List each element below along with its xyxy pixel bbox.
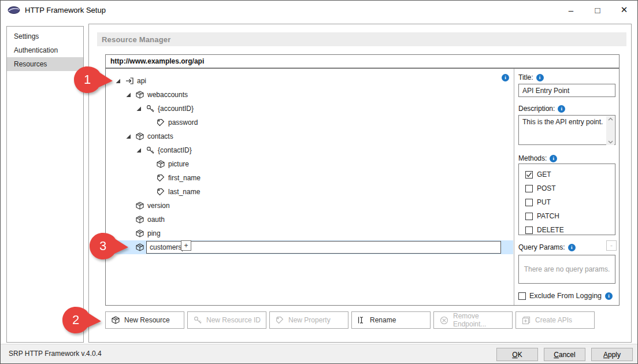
tree-node-first-name[interactable]: first_name [106, 171, 514, 185]
rename-input-value: customers [150, 243, 181, 251]
description-label: Description: i [518, 105, 565, 113]
description-field[interactable]: This is the API entry point. [518, 115, 615, 145]
tree-node-label: {accountID} [158, 105, 194, 113]
tree-node-oauth[interactable]: oauth [106, 213, 514, 226]
window-title: HTTP Framework Setup [25, 6, 106, 14]
method-checkbox-patch[interactable] [525, 213, 533, 220]
remove-query-param-button[interactable]: - [606, 240, 617, 251]
tag-icon [276, 316, 284, 324]
app-logo-icon [8, 6, 20, 14]
query-params-label: Query Params: i [518, 243, 576, 251]
tool-button-label: New Property [288, 316, 331, 324]
query-params-empty-text: There are no query params. [524, 265, 610, 273]
new-resource-button[interactable]: New Resource [105, 311, 184, 329]
tree-node-label: webaccounts [147, 91, 188, 99]
cancel-button[interactable]: Cancel [544, 348, 585, 361]
section-header: Resource Manager [97, 32, 626, 46]
key-icon [146, 146, 154, 154]
new-property-button[interactable]: New Property [269, 311, 348, 329]
expander-icon[interactable] [136, 147, 142, 153]
resource-workspace: apiwebaccounts{accountID}passwordcontact… [105, 68, 620, 306]
tree-node-label: ping [147, 229, 161, 237]
title-field[interactable]: API Entry Point [518, 84, 615, 97]
new-resource-id-button[interactable]: New Resource ID [187, 311, 266, 329]
scroll-up-icon[interactable] [608, 117, 613, 121]
rename-button[interactable]: Rename [351, 311, 431, 329]
method-label: DELETE [537, 226, 564, 234]
expander-icon[interactable] [125, 133, 131, 139]
title-info-icon[interactable]: i [536, 74, 544, 81]
tree-node-version[interactable]: version [106, 199, 514, 213]
tree-node-webaccounts[interactable]: webaccounts [106, 88, 514, 102]
sidebar-item-resources[interactable]: Resources [7, 57, 83, 71]
sidebar-item-settings[interactable]: Settings [7, 29, 83, 43]
tree-node-customers[interactable]: customers [106, 240, 514, 254]
http-framework-setup-dialog: HTTP Framework Setup – □ ✕ SettingsAuthe… [0, 0, 638, 364]
remove-endpoint-button[interactable]: Remove Endpoint... [433, 311, 513, 329]
tree-node-picture[interactable]: picture [106, 157, 514, 171]
methods-info-icon[interactable]: i [550, 155, 557, 162]
tree-info-icon[interactable]: i [502, 74, 509, 81]
method-row-delete: DELETE [519, 223, 615, 237]
button-label: OK [512, 351, 522, 359]
scroll-down-icon[interactable] [608, 140, 613, 144]
tree-node-api[interactable]: api [106, 74, 514, 88]
expander-icon[interactable] [136, 106, 142, 112]
tree-node-last-name[interactable]: last_name [106, 185, 514, 199]
title-bar: HTTP Framework Setup – □ ✕ [1, 1, 637, 19]
endpoint-inspector: Title: i API Entry Point Description: i … [518, 69, 616, 305]
tree-node-label: last_name [168, 188, 200, 196]
minimize-button[interactable]: – [558, 1, 584, 19]
apply-button[interactable]: Apply [591, 348, 633, 361]
query-params-info-icon[interactable]: i [568, 244, 576, 251]
create-apis-button[interactable]: Create APIs [515, 311, 595, 329]
cube-icon [157, 160, 165, 168]
tree-node-contacts[interactable]: contacts [106, 129, 514, 143]
endpoint-url-field[interactable]: http://www.examples.org/api [105, 54, 620, 68]
tree-node-contactid[interactable]: {contactID} [106, 143, 514, 157]
tag-icon [157, 174, 165, 182]
tree-node-ping[interactable]: ping [106, 226, 514, 240]
method-label: GET [537, 170, 551, 179]
footer-bar: SRP HTTP Framework v.4.0.4 OK Cancel App… [1, 344, 638, 364]
method-row-put: PUT [519, 195, 615, 209]
status-version-text: SRP HTTP Framework v.4.0.4 [9, 350, 102, 358]
method-label: POST [537, 184, 556, 192]
description-scrollbar[interactable] [606, 116, 614, 145]
tag-icon [157, 188, 165, 196]
ok-button[interactable]: OK [496, 348, 538, 361]
maximize-button[interactable]: □ [584, 1, 611, 19]
tool-button-label: New Resource [124, 316, 170, 324]
method-checkbox-put[interactable] [525, 199, 533, 206]
tree-node-accountid[interactable]: {accountID} [106, 102, 514, 116]
button-label: Apply [603, 351, 621, 359]
tree-node-password[interactable]: password [106, 116, 514, 129]
method-row-get: GET [519, 168, 615, 181]
expander-icon[interactable] [115, 78, 121, 84]
close-button[interactable]: ✕ [611, 1, 637, 19]
sidebar-item-authentication[interactable]: Authentication [7, 43, 83, 57]
tree-node-label: version [147, 202, 170, 210]
title-label: Title: i [518, 73, 544, 81]
add-query-param-button[interactable]: + [181, 240, 191, 251]
method-checkbox-post[interactable] [525, 185, 533, 192]
exclude-from-logging-row: Exclude From Logging i [518, 292, 613, 300]
cube-icon [136, 91, 144, 99]
tree-node-label: {contactID} [158, 146, 192, 154]
expander-icon[interactable] [125, 92, 131, 98]
cube-icon [112, 316, 120, 324]
endpoint-url-value: http://www.examples.org/api [110, 57, 204, 65]
description-info-icon[interactable]: i [558, 105, 565, 113]
panel-divider [514, 69, 514, 305]
method-checkbox-delete[interactable] [525, 226, 533, 234]
tree-node-rename-input[interactable]: customers [146, 241, 501, 254]
tool-button-label: Rename [370, 316, 396, 324]
methods-list: GETPOSTPUTPATCHDELETE [518, 164, 615, 235]
remove-icon [440, 316, 448, 325]
exclude-from-logging-checkbox[interactable] [518, 292, 526, 300]
tool-button-label: New Resource ID [206, 316, 261, 324]
key-icon [146, 105, 154, 113]
exclude-info-icon[interactable]: i [605, 292, 613, 300]
ibeam-icon [358, 316, 365, 324]
method-checkbox-get[interactable] [525, 171, 533, 179]
